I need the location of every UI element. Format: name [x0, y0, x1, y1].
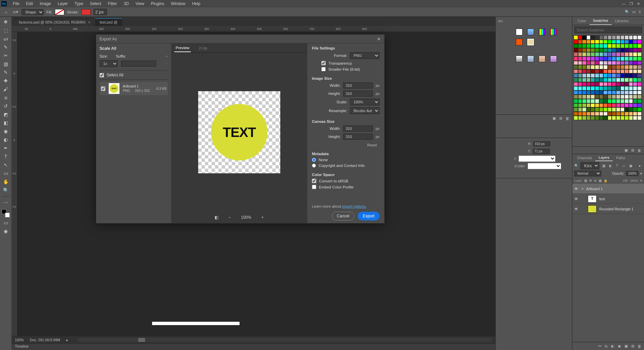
swatch-cell[interactable]: [629, 95, 633, 99]
swatch-cell[interactable]: [629, 48, 633, 53]
swatch-cell[interactable]: [603, 95, 608, 99]
swatch-cell[interactable]: [599, 48, 604, 53]
menu-file[interactable]: File: [9, 0, 23, 7]
swatch-cell[interactable]: [616, 61, 620, 65]
new-icon[interactable]: ⊞: [559, 116, 562, 120]
swatch-cell[interactable]: [637, 86, 642, 91]
swatch-cell[interactable]: [620, 44, 625, 48]
filter-type-icon[interactable]: T: [615, 163, 619, 168]
swatch-cell[interactable]: [582, 91, 586, 95]
swatch-cell[interactable]: [599, 35, 604, 40]
swatch-cell[interactable]: [616, 86, 620, 91]
swatch-cell[interactable]: [612, 57, 616, 61]
swatch-cell[interactable]: [582, 95, 586, 99]
swatch-cell[interactable]: [603, 78, 608, 82]
swatch-cell[interactable]: [608, 82, 612, 86]
width-input[interactable]: [343, 82, 373, 89]
swatch-cell[interactable]: [603, 107, 608, 112]
swatch-cell[interactable]: [612, 112, 616, 116]
swatch-cell[interactable]: [637, 52, 642, 57]
swatch-cell[interactable]: [586, 40, 591, 44]
swatch-cell[interactable]: [574, 44, 578, 48]
tab-libraries[interactable]: Libraries: [612, 17, 632, 25]
tab-color[interactable]: Color: [574, 17, 589, 25]
lock-artboard-icon[interactable]: ⊕: [594, 179, 597, 182]
hand-tool-icon[interactable]: ✋: [2, 179, 10, 185]
status-zoom[interactable]: 100%: [15, 338, 24, 342]
swatch-cell[interactable]: [578, 86, 582, 91]
swatch-cell[interactable]: [574, 86, 578, 91]
stamp-tool-icon[interactable]: ⧇: [2, 95, 10, 101]
prop-h-input[interactable]: [533, 141, 550, 146]
shape-tool-icon[interactable]: ▭: [2, 170, 10, 176]
swatch-cell[interactable]: [620, 95, 625, 99]
doc-tab-1[interactable]: test.psd @: [95, 18, 122, 26]
swatch-cell[interactable]: [612, 69, 616, 74]
swatch-cell[interactable]: [629, 112, 633, 116]
swatch-cell[interactable]: [582, 69, 586, 74]
swatch-cell[interactable]: [637, 40, 642, 44]
search-icon[interactable]: 🔍: [625, 10, 630, 14]
prop-t-select[interactable]: [518, 155, 556, 162]
history-brush-icon[interactable]: ↺: [2, 103, 10, 109]
swatch-cell[interactable]: [616, 112, 620, 116]
swatch-cell[interactable]: [574, 48, 578, 53]
swatch-cell[interactable]: [620, 103, 625, 108]
artboard-checkbox[interactable]: [101, 86, 105, 91]
swatch-cell[interactable]: [608, 69, 612, 74]
swatch-cell[interactable]: [574, 40, 578, 44]
swatch-cell[interactable]: [595, 82, 599, 86]
group-icon[interactable]: ▣: [624, 344, 628, 348]
swatch-cell[interactable]: [620, 73, 625, 78]
swatch-cell[interactable]: [620, 116, 625, 120]
swatch-cell[interactable]: [633, 112, 637, 116]
swatch-cell[interactable]: [599, 44, 604, 48]
swatch-cell[interactable]: [608, 61, 612, 65]
swatch-cell[interactable]: [616, 44, 620, 48]
swatch-cell[interactable]: [624, 116, 629, 120]
swatch-cell[interactable]: [591, 52, 595, 57]
swatch-cell[interactable]: [595, 78, 599, 82]
swatch-cell[interactable]: [633, 35, 637, 40]
reset-button[interactable]: Reset: [364, 142, 380, 148]
swatch-cell[interactable]: [599, 91, 604, 95]
swatch-cell[interactable]: [595, 40, 599, 44]
swatch-cell[interactable]: [633, 48, 637, 53]
grad-swatch-0[interactable]: [516, 29, 523, 35]
swatch-cell[interactable]: [586, 91, 591, 95]
swatch-cell[interactable]: [582, 61, 586, 65]
swatch-cell[interactable]: [624, 65, 629, 69]
swatch-cell[interactable]: [620, 65, 625, 69]
swatch-cell[interactable]: [574, 95, 578, 99]
swatch-cell[interactable]: [637, 95, 642, 99]
swatch-cell[interactable]: [620, 91, 625, 95]
swatch-cell[interactable]: [629, 116, 633, 120]
swatch-cell[interactable]: [603, 116, 608, 120]
menu-type[interactable]: Type: [71, 0, 86, 7]
swatch-cell[interactable]: [620, 86, 625, 91]
swatch-cell[interactable]: [624, 78, 629, 82]
menu-layer[interactable]: Layer: [54, 0, 71, 7]
sw-new-icon[interactable]: ⊞: [631, 148, 634, 152]
blend-mode-select[interactable]: Normal: [574, 171, 601, 176]
eraser-tool-icon[interactable]: ◩: [2, 111, 10, 117]
export-button[interactable]: Export: [358, 212, 380, 220]
swatch-cell[interactable]: [578, 99, 582, 103]
swatch-cell[interactable]: [629, 52, 633, 57]
swatch-cell[interactable]: [612, 103, 616, 108]
swatch-cell[interactable]: [608, 35, 612, 40]
stroke-width-input[interactable]: [94, 9, 107, 15]
swatch-cell[interactable]: [578, 73, 582, 78]
swatch-cell[interactable]: [633, 103, 637, 108]
swatch-cell[interactable]: [633, 57, 637, 61]
swatch-cell[interactable]: [633, 91, 637, 95]
tab-layers[interactable]: Layers: [595, 154, 613, 161]
smaller-file-checkbox[interactable]: [321, 67, 326, 71]
menu-plugins[interactable]: Plugins: [148, 0, 168, 7]
swatch-cell[interactable]: [624, 69, 629, 74]
swatch-cell[interactable]: [603, 52, 608, 57]
metadata-copyright-radio[interactable]: [312, 164, 316, 168]
swatch-cell[interactable]: [591, 95, 595, 99]
swatch-cell[interactable]: [582, 40, 586, 44]
visibility-icon[interactable]: 👁: [574, 207, 579, 211]
